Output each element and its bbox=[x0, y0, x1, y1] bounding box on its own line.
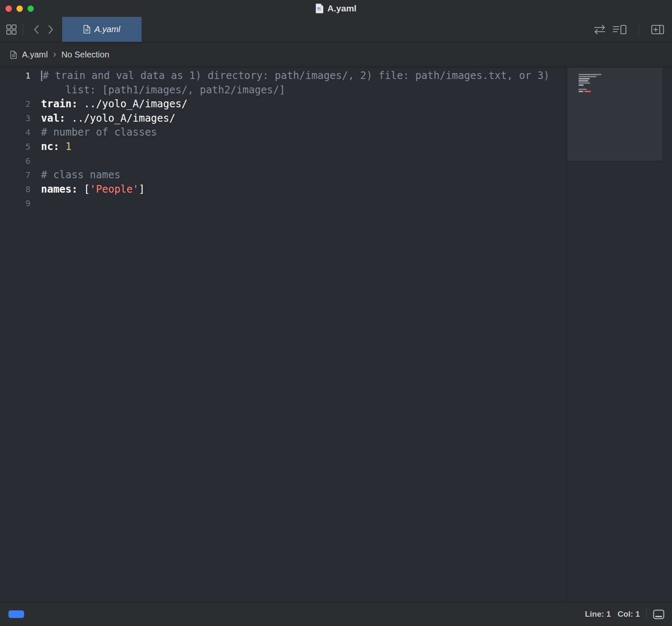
code-line[interactable]: 2train: ../yolo_A/images/ bbox=[0, 97, 567, 112]
code-line-text: # number of classes bbox=[41, 125, 157, 140]
breadcrumb-file[interactable]: A.yaml bbox=[22, 50, 48, 60]
minimap[interactable] bbox=[567, 68, 672, 602]
code-line[interactable]: 6 bbox=[0, 154, 567, 169]
window-title: A.yaml bbox=[328, 3, 357, 14]
breadcrumb-separator-icon: › bbox=[53, 49, 56, 60]
minimize-button[interactable] bbox=[16, 5, 23, 12]
code-line[interactable]: 8names: ['People'] bbox=[0, 182, 567, 197]
code-line-text: names: ['People'] bbox=[41, 182, 145, 197]
line-number[interactable]: 8 bbox=[0, 182, 30, 197]
tab-bar-right-controls bbox=[593, 17, 672, 42]
minimap-line bbox=[579, 90, 662, 93]
tab-ayaml[interactable]: A.yaml bbox=[62, 17, 142, 42]
line-number[interactable]: 5 bbox=[0, 140, 30, 154]
code-line-text: list: [path1/images/, path2/images/] bbox=[41, 83, 285, 98]
tab-overview-icon[interactable] bbox=[6, 24, 17, 35]
line-number[interactable]: 6 bbox=[0, 154, 30, 169]
line-number[interactable]: 4 bbox=[0, 125, 30, 140]
toolbar-divider bbox=[639, 24, 639, 35]
close-button[interactable] bbox=[5, 5, 12, 12]
text-cursor bbox=[41, 71, 42, 81]
breadcrumb-selection[interactable]: No Selection bbox=[61, 50, 109, 60]
code-line[interactable]: 1# train and val data as 1) directory: p… bbox=[0, 69, 567, 83]
tab-bar-left-controls bbox=[0, 17, 58, 42]
breakpoint-pill[interactable] bbox=[8, 610, 24, 618]
line-number[interactable]: 7 bbox=[0, 168, 30, 182]
line-number[interactable]: 9 bbox=[0, 196, 30, 211]
cursor-position: Line: 1 Col: 1 bbox=[585, 610, 640, 619]
column-indicator: Col: 1 bbox=[617, 610, 640, 619]
code-line[interactable]: 3val: ../yolo_A/images/ bbox=[0, 112, 567, 126]
line-number[interactable]: 3 bbox=[0, 112, 30, 126]
code-line-text: train: ../yolo_A/images/ bbox=[41, 97, 188, 112]
titlebar: A.yaml bbox=[0, 0, 672, 17]
line-number[interactable]: 2 bbox=[0, 97, 30, 112]
code-line-text: # class names bbox=[41, 168, 120, 182]
line-indicator: Line: 1 bbox=[585, 610, 611, 619]
code-line[interactable]: 9 bbox=[0, 196, 567, 211]
tab-bar-spacer bbox=[142, 17, 593, 42]
code-line[interactable]: 4# number of classes bbox=[0, 125, 567, 140]
status-bar: Line: 1 Col: 1 bbox=[0, 602, 672, 626]
editor-options-icon[interactable] bbox=[612, 24, 627, 35]
minimap-bars bbox=[579, 73, 662, 93]
code-line[interactable]: list: [path1/images/, path2/images/] bbox=[0, 83, 567, 98]
add-editor-icon[interactable] bbox=[651, 24, 664, 35]
code-line-text: val: ../yolo_A/images/ bbox=[41, 112, 175, 126]
document-proxy-icon[interactable] bbox=[316, 3, 324, 14]
code-line-text: nc: 1 bbox=[41, 140, 71, 154]
line-number[interactable] bbox=[0, 83, 30, 98]
debug-area-icon[interactable] bbox=[653, 610, 664, 619]
code-lines: 1# train and val data as 1) directory: p… bbox=[0, 69, 567, 211]
breadcrumb: A.yaml › No Selection bbox=[0, 42, 672, 68]
window-title-group: A.yaml bbox=[316, 3, 357, 14]
zoom-button[interactable] bbox=[27, 5, 34, 12]
document-icon bbox=[83, 25, 90, 34]
tab-bar: A.yaml bbox=[0, 17, 672, 42]
minimap-visible-region[interactable] bbox=[567, 68, 662, 161]
code-line[interactable]: 5nc: 1 bbox=[0, 140, 567, 154]
xcode-window: A.yaml bbox=[0, 0, 672, 626]
code-editor[interactable]: 1# train and val data as 1) directory: p… bbox=[0, 68, 567, 602]
back-chevron-icon[interactable] bbox=[29, 24, 44, 35]
editor-main: 1# train and val data as 1) directory: p… bbox=[0, 68, 672, 602]
code-line-text: # train and val data as 1) directory: pa… bbox=[41, 69, 549, 83]
forward-chevron-icon[interactable] bbox=[44, 24, 58, 35]
document-icon[interactable] bbox=[10, 51, 17, 59]
code-line[interactable]: 7# class names bbox=[0, 168, 567, 182]
traffic-lights bbox=[0, 5, 34, 12]
tab-label: A.yaml bbox=[94, 24, 120, 34]
toolbar-divider bbox=[23, 24, 23, 35]
swap-arrows-icon[interactable] bbox=[593, 24, 606, 35]
line-number[interactable]: 1 bbox=[0, 69, 30, 83]
status-bar-divider bbox=[646, 609, 647, 620]
